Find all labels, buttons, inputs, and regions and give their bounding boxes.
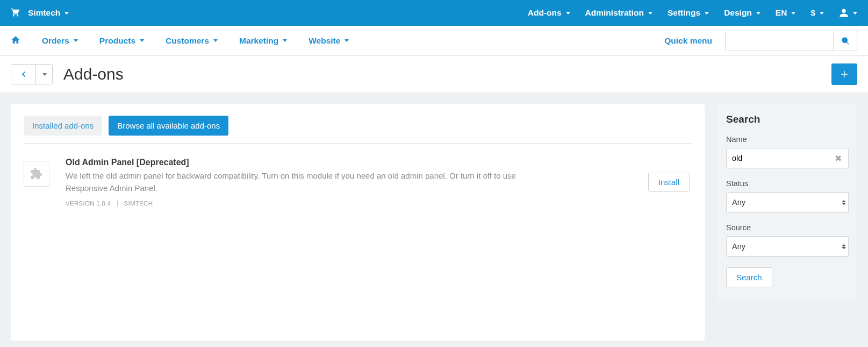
search-panel: Search Name ✖ Status Any Source Any bbox=[718, 104, 857, 302]
language-label: EN bbox=[776, 8, 787, 18]
addon-meta: VERSION 1.0.4 SIMTECH bbox=[66, 200, 632, 207]
chevron-down-icon bbox=[756, 12, 761, 15]
products-label: Products bbox=[99, 36, 135, 46]
divider bbox=[24, 143, 692, 144]
brand-menu[interactable]: Simtech bbox=[28, 8, 69, 18]
customers-menu[interactable]: Customers bbox=[166, 36, 218, 46]
addon-version: VERSION 1.0.4 bbox=[66, 200, 111, 207]
status-select[interactable]: Any bbox=[726, 192, 849, 213]
chevron-down-icon bbox=[64, 12, 69, 15]
source-value: Any bbox=[732, 242, 745, 251]
chevron-down-icon bbox=[705, 12, 709, 15]
select-handle-icon bbox=[842, 193, 847, 212]
brand-label: Simtech bbox=[28, 8, 60, 18]
back-button-group bbox=[11, 64, 53, 84]
content: Installed add-ons Browse all available a… bbox=[0, 93, 868, 347]
website-menu[interactable]: Website bbox=[309, 36, 349, 46]
search-panel-title: Search bbox=[726, 114, 849, 125]
page-header: Add-ons bbox=[0, 56, 868, 93]
chevron-down-icon bbox=[791, 12, 795, 15]
marketing-menu[interactable]: Marketing bbox=[239, 36, 287, 46]
settings-menu[interactable]: Settings bbox=[668, 8, 709, 18]
meta-separator bbox=[117, 200, 118, 207]
chevron-down-icon bbox=[213, 39, 218, 42]
chevron-down-icon bbox=[345, 39, 349, 42]
back-dropdown[interactable] bbox=[36, 65, 52, 84]
currency-label: $ bbox=[810, 8, 815, 18]
global-search-button[interactable] bbox=[833, 31, 857, 51]
source-select[interactable]: Any bbox=[726, 236, 849, 257]
design-label: Design bbox=[724, 8, 752, 18]
chevron-down-icon bbox=[140, 39, 144, 42]
chevron-down-icon bbox=[648, 12, 652, 15]
install-button[interactable]: Install bbox=[648, 173, 690, 192]
chevron-down-icon bbox=[853, 12, 857, 15]
orders-menu[interactable]: Orders bbox=[42, 36, 78, 46]
svg-line-1 bbox=[847, 42, 849, 44]
tab-installed-addons[interactable]: Installed add-ons bbox=[24, 116, 102, 136]
add-button[interactable] bbox=[831, 63, 857, 85]
name-label: Name bbox=[726, 135, 849, 144]
user-menu[interactable] bbox=[839, 8, 857, 18]
back-button[interactable] bbox=[11, 65, 36, 84]
search-button[interactable]: Search bbox=[726, 267, 772, 287]
addons-label: Add-ons bbox=[528, 8, 562, 18]
name-input[interactable] bbox=[732, 154, 834, 162]
addons-menu[interactable]: Add-ons bbox=[528, 8, 570, 18]
chevron-down-icon bbox=[820, 12, 824, 15]
main-panel: Installed add-ons Browse all available a… bbox=[11, 104, 705, 341]
addon-row: Old Admin Panel [Deprecated] We left the… bbox=[24, 154, 692, 210]
settings-label: Settings bbox=[668, 8, 700, 18]
chevron-down-icon bbox=[283, 39, 287, 42]
chevron-down-icon bbox=[42, 73, 47, 76]
marketing-label: Marketing bbox=[239, 36, 278, 46]
design-menu[interactable]: Design bbox=[724, 8, 761, 18]
addon-vendor: SIMTECH bbox=[124, 200, 153, 207]
svg-point-0 bbox=[842, 38, 847, 43]
name-field-wrapper: ✖ bbox=[726, 148, 849, 168]
chevron-down-icon bbox=[74, 39, 78, 42]
administration-menu[interactable]: Administration bbox=[585, 8, 652, 18]
administration-label: Administration bbox=[585, 8, 644, 18]
quick-menu-link[interactable]: Quick menu bbox=[664, 36, 712, 46]
language-menu[interactable]: EN bbox=[776, 8, 796, 18]
source-label: Source bbox=[726, 223, 849, 232]
products-menu[interactable]: Products bbox=[99, 36, 144, 46]
status-label: Status bbox=[726, 179, 849, 188]
chevron-down-icon bbox=[566, 12, 570, 15]
tab-browse-addons[interactable]: Browse all available add-ons bbox=[109, 116, 228, 136]
home-link[interactable] bbox=[11, 35, 20, 46]
addon-description: We left the old admin panel for backward… bbox=[66, 169, 533, 195]
puzzle-icon bbox=[24, 161, 49, 187]
global-search-input[interactable] bbox=[726, 31, 833, 51]
page-title: Add-ons bbox=[63, 65, 124, 83]
tabs: Installed add-ons Browse all available a… bbox=[24, 116, 692, 136]
website-label: Website bbox=[309, 36, 340, 46]
status-value: Any bbox=[732, 198, 745, 207]
global-search bbox=[725, 31, 857, 51]
addon-title: Old Admin Panel [Deprecated] bbox=[66, 158, 632, 167]
cart-icon[interactable] bbox=[11, 8, 20, 19]
currency-menu[interactable]: $ bbox=[810, 8, 824, 18]
navbar: Orders Products Customers Marketing Webs… bbox=[0, 26, 868, 56]
topbar: Simtech Add-ons Administration Settings … bbox=[0, 0, 868, 26]
customers-label: Customers bbox=[166, 36, 209, 46]
clear-icon[interactable]: ✖ bbox=[834, 153, 843, 164]
orders-label: Orders bbox=[42, 36, 69, 46]
select-handle-icon bbox=[842, 237, 847, 256]
